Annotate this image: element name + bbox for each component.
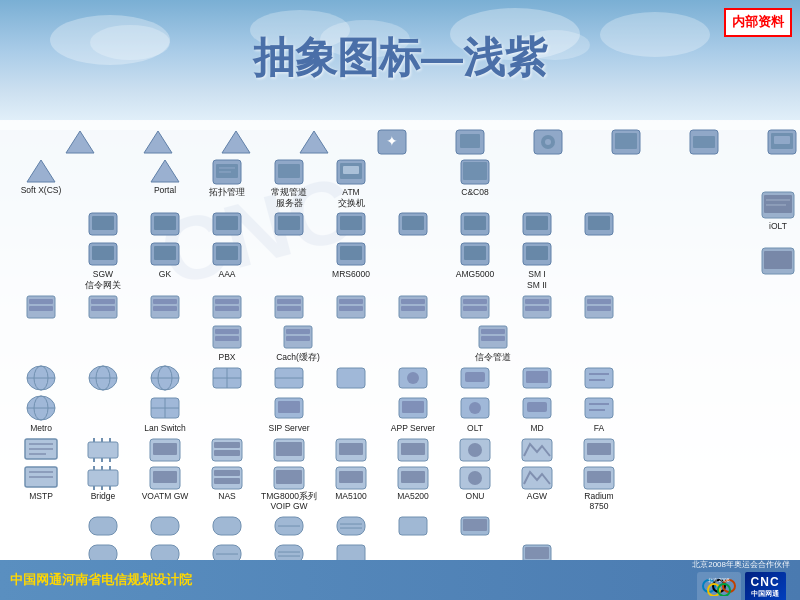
svg-rect-60 <box>526 246 548 260</box>
icon-r5-10 <box>568 293 630 321</box>
voatm-icon <box>148 464 182 490</box>
svg-rect-17 <box>774 136 790 144</box>
softx-label: Soft X(CS) <box>21 185 62 196</box>
icon-r9-5 <box>258 436 320 462</box>
network-icon <box>273 364 305 392</box>
icon-gk: GK <box>134 240 196 280</box>
olympic-rings-icon: 北京2008 <box>701 574 737 596</box>
cach-icon <box>282 323 314 351</box>
svg-marker-3 <box>300 131 328 153</box>
icon-amg5000: AMG5000 <box>444 240 506 280</box>
onu-label: ONU <box>466 491 485 502</box>
atm-label: ATM 交换机 <box>338 187 365 208</box>
svg-rect-32 <box>92 216 114 230</box>
svg-rect-30 <box>463 162 487 180</box>
icon-item-star1: ✦ <box>377 128 407 156</box>
bottom-bar: 中国网通河南省电信规划设计院 北京2008年奥运会合作伙伴 北京2008 <box>0 560 800 600</box>
server-icon <box>459 293 491 321</box>
svg-rect-160 <box>339 443 363 455</box>
icon-row-11 <box>10 514 790 540</box>
icon-r11-2 <box>134 514 196 540</box>
box-icon <box>766 128 798 156</box>
icon-r5-1 <box>10 293 72 321</box>
iad-shape-icon <box>459 514 491 540</box>
radium-icon <box>582 464 616 490</box>
svg-rect-158 <box>276 442 302 456</box>
icon-md: MD <box>506 394 568 434</box>
svg-rect-121 <box>585 368 613 388</box>
svg-marker-1 <box>144 131 172 153</box>
cnc-label: 中国网通 <box>751 589 779 599</box>
icon-item-b1 <box>455 128 485 156</box>
icon-olt: OLT <box>444 394 506 434</box>
mstp-label: MSTP <box>29 491 53 502</box>
sip-label: SIP Server <box>269 423 310 434</box>
triangle-icon <box>220 129 252 155</box>
svg-rect-162 <box>401 443 425 455</box>
icon-appserver: APP Server <box>382 394 444 434</box>
svg-rect-69 <box>153 306 177 311</box>
tmg8000-label: TMG8000系列 VOIP GW <box>261 491 317 512</box>
svg-rect-52 <box>154 246 176 260</box>
svg-rect-204 <box>463 519 487 531</box>
page-title: 抽象图标—浅紫 <box>0 30 800 86</box>
network-icon <box>211 364 243 392</box>
svg-rect-44 <box>464 216 486 230</box>
ma5200-icon <box>396 464 430 490</box>
svg-rect-12 <box>615 133 637 149</box>
svg-rect-202 <box>399 517 427 535</box>
topo-label: 拓扑管理 <box>209 187 245 198</box>
svg-rect-78 <box>339 306 363 311</box>
icon-row-3 <box>10 210 790 238</box>
icon-fa: FA <box>568 394 630 434</box>
icon-r3-5 <box>320 210 382 238</box>
icon-voatm: VOATM GW <box>134 464 196 502</box>
svg-rect-145 <box>88 442 118 458</box>
agw-label: AGW <box>527 491 547 502</box>
triangle-icon <box>298 129 330 155</box>
svg-rect-193 <box>587 471 611 483</box>
server-icon <box>335 293 367 321</box>
tmg8000-icon <box>272 464 306 490</box>
svg-marker-18 <box>27 160 55 182</box>
voatm-label: VOATM GW <box>142 491 189 502</box>
svg-rect-66 <box>91 306 115 311</box>
icon-r3-3 <box>196 210 258 238</box>
radium-label: Radium 8750 <box>584 491 613 512</box>
svg-rect-36 <box>216 216 238 230</box>
icon-row-6: PBX Cach(缓存) 信令管道 <box>10 323 790 363</box>
pbx-label: PBX <box>218 352 235 363</box>
svg-rect-54 <box>216 246 238 260</box>
icon-r9-2 <box>72 436 134 462</box>
svg-rect-42 <box>402 216 424 230</box>
softx-icon <box>25 158 57 184</box>
svg-rect-171 <box>88 470 118 486</box>
svg-rect-92 <box>215 329 239 334</box>
sgw-label: SGW 信令网关 <box>85 269 121 290</box>
network-icon <box>25 364 57 392</box>
svg-rect-167 <box>587 443 611 455</box>
icon-row-7 <box>10 364 790 392</box>
ma5100-icon <box>334 464 368 490</box>
svg-rect-155 <box>214 442 240 448</box>
box-icon <box>583 210 615 238</box>
icon-r5-8 <box>444 293 506 321</box>
onu-shape-icon <box>458 436 492 462</box>
icon-ma5200: MA5200 <box>382 464 444 502</box>
svg-rect-75 <box>277 306 301 311</box>
svg-rect-186 <box>339 471 363 483</box>
box-icon <box>454 128 486 156</box>
svg-rect-14 <box>693 136 715 148</box>
icon-r5-5 <box>258 293 320 321</box>
content-area: CNC ✦ <box>0 120 800 560</box>
icon-item-b3 <box>689 128 719 156</box>
star-icon: ✦ <box>376 128 408 156</box>
icon-r3-7 <box>444 210 506 238</box>
agw-icon <box>520 464 554 490</box>
svg-rect-89 <box>587 299 611 304</box>
icon-r9-3 <box>134 436 196 462</box>
server-icon <box>87 293 119 321</box>
cnc-logo: CNC 中国网通 <box>745 572 786 601</box>
icon-r7-8 <box>444 364 506 392</box>
icon-cac08: C&C08 <box>444 158 506 198</box>
